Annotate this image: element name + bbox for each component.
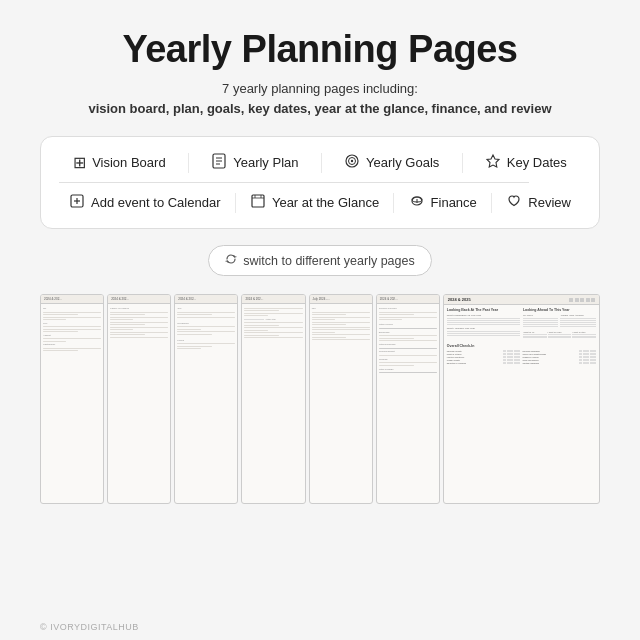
preview-main-page: 2024 & 2025 Looking Back At The Past Yea…: [443, 294, 600, 504]
nav-item-add-event[interactable]: Add event to Calendar: [63, 189, 226, 216]
preview-container: 2024 & 202... Q1 July August September: [40, 294, 600, 630]
stop-col: I Want To Stop: [572, 331, 596, 339]
preview-page-1-header: 2024 & 202...: [41, 295, 103, 304]
year-glance-icon: [250, 193, 266, 212]
key-dates-icon: [485, 153, 501, 172]
looking-ahead-section: Looking Ahead To This Year My Top 5 Thin…: [523, 308, 596, 339]
preview-page-5-header: July 2024 -...: [310, 295, 372, 304]
preview-page-2: 2024 & 202... Family & Friends: [107, 294, 171, 504]
nav-label-yearly-goals: Yearly Goals: [366, 155, 439, 170]
mini-icon-4: [586, 298, 590, 302]
learned-label: What I Learned This Year: [447, 327, 520, 330]
preview-page-2-content: Family & Friends: [108, 304, 170, 341]
nav-row-1: ⊞ Vision Board Yearly Plan: [59, 149, 581, 176]
preview-page-3: 2024 & 202... July November March: [174, 294, 238, 504]
preview-page-5: July 2024 -... July: [309, 294, 373, 504]
yearly-plan-icon: [211, 153, 227, 172]
nav-item-key-dates[interactable]: Key Dates: [479, 149, 573, 176]
preview-main-header: 2024 & 2025: [444, 295, 599, 305]
nav-divider-horizontal: [59, 182, 529, 183]
looking-back-title: Looking Back At The Past Year: [447, 308, 520, 312]
mini-icon-2: [575, 298, 579, 302]
nav-card: ⊞ Vision Board Yearly Plan: [40, 136, 600, 229]
preview-page-4: 2024 & 202... Action Step: [241, 294, 305, 504]
nav-divider-5: [393, 193, 394, 213]
add-event-icon: [69, 193, 85, 212]
nav-item-year-glance[interactable]: Year at the Glance: [244, 189, 385, 216]
nav-label-review: Review: [528, 195, 571, 210]
try-col: I Want To Try: [523, 331, 547, 339]
page-title: Yearly Planning Pages: [122, 28, 517, 71]
nav-item-review[interactable]: Review: [500, 189, 577, 216]
preview-main-icons: [569, 298, 595, 302]
nav-label-key-dates: Key Dates: [507, 155, 567, 170]
looking-ahead-title: Looking Ahead To This Year: [523, 308, 596, 312]
nav-item-vision-board[interactable]: ⊞ Vision Board: [67, 151, 171, 175]
svg-marker-7: [487, 155, 499, 167]
switch-label: switch to different yearly pages: [243, 254, 414, 268]
vision-board-icon: ⊞: [73, 155, 86, 171]
footer-credit: © IVORYDIGITALHUB: [40, 622, 139, 632]
preview-page-4-content: Action Step: [242, 304, 304, 342]
switch-pages-button[interactable]: switch to different yearly pages: [208, 245, 431, 276]
preview-page-2-header: 2024 & 202...: [108, 295, 170, 304]
preview-page-3-content: July November March: [175, 304, 237, 353]
finance-icon: [409, 193, 425, 212]
preview-page-6: 2024 & 202... Income Sources Total Incom…: [376, 294, 440, 504]
nav-divider-3: [462, 153, 463, 173]
nav-divider-6: [491, 193, 492, 213]
preview-page-6-content: Income Sources Total Income Expenses Tot…: [377, 304, 439, 377]
mini-icon-3: [580, 298, 584, 302]
checkin-title: Overall Check-In: [447, 344, 596, 348]
nav-item-finance[interactable]: Finance: [403, 189, 483, 216]
review-icon: [506, 193, 522, 212]
checkin-left: Personal Growth Health &: [447, 350, 521, 364]
nav-label-vision-board: Vision Board: [92, 155, 165, 170]
achieve-col: Things I Will Achieve: [560, 314, 596, 328]
svg-point-6: [351, 160, 353, 162]
nav-divider-1: [188, 153, 189, 173]
preview-page-3-header: 2024 & 202...: [175, 295, 237, 304]
challenged-label: What Challenged Me This Year: [447, 314, 520, 317]
preview-main-title: 2024 & 2025: [448, 297, 471, 302]
nav-divider-4: [235, 193, 236, 213]
nav-item-yearly-plan[interactable]: Yearly Plan: [205, 149, 304, 176]
overall-checkin-section: Overall Check-In Personal Growth: [447, 344, 596, 364]
looking-back-section: Looking Back At The Past Year What Chall…: [447, 308, 520, 339]
main-container: Yearly Planning Pages 7 yearly planning …: [0, 0, 640, 640]
nav-divider-2: [321, 153, 322, 173]
preview-page-6-header: 2024 & 202...: [377, 295, 439, 304]
top5-col: My Top 5: [523, 314, 559, 328]
page-subtitle: 7 yearly planning pages including: visio…: [88, 79, 551, 118]
preview-page-4-header: 2024 & 202...: [242, 295, 304, 304]
checkin-right: Financial Wellbeing Socia: [522, 350, 596, 364]
nav-label-yearly-plan: Yearly Plan: [233, 155, 298, 170]
learn-col: I Want To Learn: [548, 331, 572, 339]
preview-page-1-content: Q1 July August September: [41, 304, 103, 355]
nav-label-year-glance: Year at the Glance: [272, 195, 379, 210]
nav-row-2: Add event to Calendar Year at the Glance: [59, 189, 581, 216]
preview-page-1: 2024 & 202... Q1 July August September: [40, 294, 104, 504]
nav-item-yearly-goals[interactable]: Yearly Goals: [338, 149, 445, 176]
svg-rect-11: [252, 195, 264, 207]
yearly-goals-icon: [344, 153, 360, 172]
mini-icon-1: [569, 298, 573, 302]
nav-label-finance: Finance: [431, 195, 477, 210]
mini-icon-5: [591, 298, 595, 302]
switch-icon: [225, 253, 237, 268]
nav-label-add-event: Add event to Calendar: [91, 195, 220, 210]
preview-page-5-content: July: [310, 304, 372, 344]
